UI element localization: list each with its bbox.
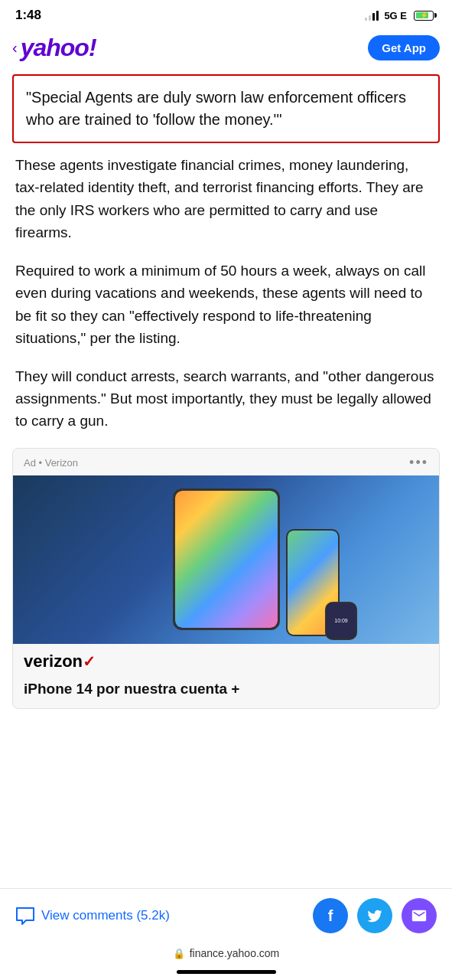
watch-device-image: 10:09 xyxy=(325,602,357,640)
ad-brand-row: verizon✓ xyxy=(13,644,439,681)
bottom-bar: View comments (5.2k) f 🔒 finance.yahoo.c… xyxy=(0,888,452,980)
article-paragraph-2: Required to work a minimum of 50 hours a… xyxy=(15,260,437,350)
ad-header: Ad • Verizon ••• xyxy=(13,449,439,475)
lock-icon: 🔒 xyxy=(173,948,185,959)
home-bar xyxy=(177,970,276,974)
tablet-device-image xyxy=(173,488,280,630)
facebook-share-button[interactable]: f xyxy=(313,898,348,933)
battery-icon: ⚡ xyxy=(414,11,437,21)
url-bar: 🔒 finance.yahoo.com xyxy=(0,942,452,967)
ad-container[interactable]: Ad • Verizon ••• 10:09 verizon✓ iPhone 1… xyxy=(12,448,440,709)
comments-button[interactable]: View comments (5.2k) xyxy=(15,906,170,925)
bottom-actions: View comments (5.2k) f xyxy=(0,889,452,942)
facebook-icon: f xyxy=(328,907,333,925)
mail-share-button[interactable] xyxy=(402,898,437,933)
ad-image: 10:09 xyxy=(13,475,439,644)
ad-label: Ad • Verizon xyxy=(24,457,78,469)
mail-icon xyxy=(411,907,428,924)
quote-text: "Special Agents are duly sworn law enfor… xyxy=(26,87,426,131)
article-paragraph-3: They will conduct arrests, search warran… xyxy=(15,365,437,433)
back-chevron-icon: ‹ xyxy=(12,39,18,57)
back-button[interactable]: ‹ yahoo! xyxy=(12,34,96,62)
signal-bars-icon xyxy=(365,10,379,21)
comments-label: View comments (5.2k) xyxy=(41,908,170,923)
url-text: finance.yahoo.com xyxy=(190,947,280,959)
twitter-share-button[interactable] xyxy=(357,898,392,933)
verizon-brand-name: verizon✓ xyxy=(24,652,96,671)
ad-options-icon[interactable]: ••• xyxy=(409,455,428,471)
get-app-button[interactable]: Get App xyxy=(368,35,440,60)
home-indicator xyxy=(0,967,452,980)
quote-box: "Special Agents are duly sworn law enfor… xyxy=(12,74,440,143)
status-icons: 5G E ⚡ xyxy=(365,10,437,21)
social-buttons: f xyxy=(313,898,437,933)
twitter-icon xyxy=(366,907,383,924)
status-time: 1:48 xyxy=(15,8,41,23)
nav-bar: ‹ yahoo! Get App xyxy=(0,28,452,70)
article-body: These agents investigate financial crime… xyxy=(0,154,452,433)
article-paragraph-1: These agents investigate financial crime… xyxy=(15,154,437,244)
ad-title: iPhone 14 por nuestra cuenta + xyxy=(13,681,439,708)
comment-icon xyxy=(15,906,35,925)
yahoo-logo: yahoo! xyxy=(21,34,96,62)
status-bar: 1:48 5G E ⚡ xyxy=(0,0,452,28)
network-label: 5G E xyxy=(384,10,407,21)
